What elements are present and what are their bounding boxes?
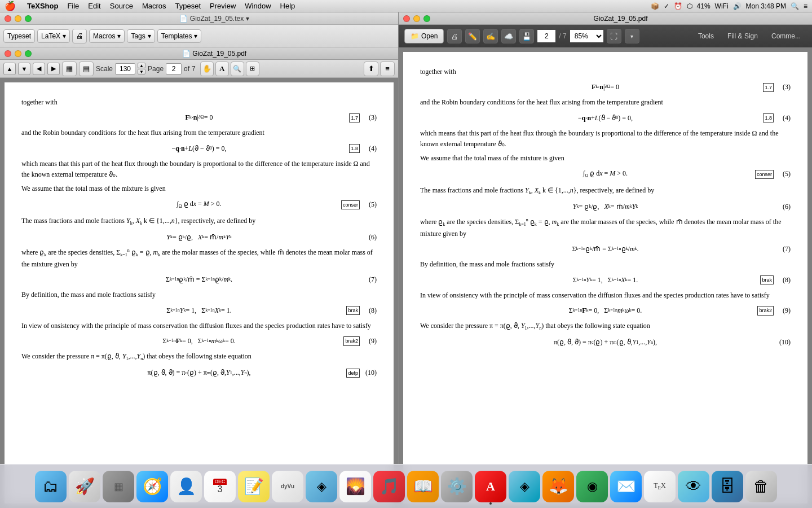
apple-menu[interactable]: 🍎 xyxy=(5,1,16,11)
dock-item-calendar[interactable]: DEC 3 xyxy=(204,471,236,502)
dock-item-preview[interactable]: 👁 xyxy=(678,471,709,502)
menubar-preview[interactable]: Preview xyxy=(205,0,240,12)
maximize-button[interactable] xyxy=(25,15,32,22)
acrobat-zoom-select[interactable]: 85% 100% 125% 150% xyxy=(570,30,603,42)
minimize-button[interactable] xyxy=(15,15,21,22)
pdf-preview-chrome: 📄 GioZat_19_05.pdf xyxy=(0,47,398,60)
dock-item-contacts[interactable]: 👤 xyxy=(170,471,202,502)
scale-input[interactable] xyxy=(115,63,135,75)
synctex-button[interactable]: ⊞ xyxy=(246,62,259,76)
eq-8-left: Σk=1nYk = 1, Σk=1nXk = 1. (8) brak xyxy=(21,305,377,316)
left-panel: 📄 GioZat_19_05.tex ▾ Typeset LaTeX ▾ 🖨 M… xyxy=(0,12,399,508)
dock-item-mail[interactable]: ✉️ xyxy=(610,471,642,502)
eq-10-right: π(ϱ, ϑ, ϑ) = πc(ϱ) + πm(ϱ, ϑ, Y1,...,Yn)… xyxy=(420,337,791,348)
page-label: Page xyxy=(148,65,164,73)
dock-item-launchpad[interactable]: 🚀 xyxy=(69,471,100,502)
menubar-texshop[interactable]: TeXShop xyxy=(23,0,63,12)
templates-dropdown[interactable]: Templates ▾ xyxy=(157,29,202,43)
hand-tool-button[interactable]: ✋ xyxy=(200,62,214,76)
eq-10-left: π(ϱ, ϑ, ϑ) = πc(ϱ) + πm(ϱ, ϑ, Y1,...,Yn)… xyxy=(21,367,377,378)
pdf-maximize-button[interactable] xyxy=(25,50,32,57)
acrobat-more-button[interactable]: ▾ xyxy=(625,29,639,43)
pdf-secondary-toolbar: ▲ ▼ ◀ ▶ ▦ ▤ Scale ▲ ▼ Page of 7 ✋ A 🔍 ⊞ xyxy=(0,60,398,78)
tags-dropdown[interactable]: Tags ▾ xyxy=(127,29,155,43)
acrobat-minimize-button[interactable] xyxy=(413,15,420,22)
dock-item-onyx[interactable]: ◉ xyxy=(576,471,608,502)
dock-item-mission-control[interactable]: ▦ xyxy=(103,471,134,502)
menubar: 🍎 TeXShop File Edit Source Macros Typese… xyxy=(0,0,812,12)
dock-item-finder[interactable]: 🗂 xyxy=(35,471,67,502)
pdf-page-left: together with Fk · n|∂Ω = 0 (3) 1.7 and … xyxy=(5,82,394,503)
menubar-typeset[interactable]: Typeset xyxy=(171,0,206,12)
text-pressure-r: We consider the pressure π = π(ϱ, ϑ, Y1,… xyxy=(420,321,791,332)
text-mass-fractions: The mass fractions and mole fractions Yk… xyxy=(21,216,377,227)
acrobat-annot-button[interactable]: ✏️ xyxy=(465,29,480,43)
dock-item-app1[interactable]: dyVu xyxy=(272,471,303,502)
menubar-help[interactable]: Help xyxy=(276,0,300,12)
eq-6-right: Yk = ϱk/ϱ, Xk = m̄/mkYk (6) xyxy=(420,202,791,212)
pdf-preview-title: 📄 GioZat_19_05.pdf xyxy=(35,50,394,58)
texshop-window-chrome: 📄 GioZat_19_05.tex ▾ xyxy=(0,12,398,25)
sidebar-toggle-button[interactable]: ≡ xyxy=(380,62,395,76)
acrobat-comment-button[interactable]: Comme... xyxy=(766,30,806,42)
clock-icon: ⏰ xyxy=(674,2,682,10)
acrobat-tools-button[interactable]: Tools xyxy=(692,30,720,42)
acrobat-close-button[interactable] xyxy=(403,15,410,22)
dock-item-app2[interactable]: ◈ xyxy=(306,471,337,502)
notification-icon[interactable]: ≡ xyxy=(804,2,807,10)
menubar-source[interactable]: Source xyxy=(105,0,138,12)
next-page-button[interactable]: ▶ xyxy=(47,63,60,75)
menubar-macros[interactable]: Macros xyxy=(138,0,171,12)
dock-item-system-prefs[interactable]: ⚙️ xyxy=(441,471,473,502)
close-button[interactable] xyxy=(5,15,11,22)
acrobat-right-buttons: Tools Fill & Sign Comme... xyxy=(692,30,806,42)
page-of-label: of xyxy=(184,65,189,73)
macros-dropdown[interactable]: Macros ▾ xyxy=(89,29,125,43)
page-input[interactable] xyxy=(166,63,182,75)
acrobat-maximize-button[interactable] xyxy=(423,15,430,22)
acrobat-page-input[interactable] xyxy=(537,30,555,42)
acrobat-fit-button[interactable]: ⛶ xyxy=(607,29,621,43)
dock-item-acrobat[interactable]: A xyxy=(475,471,506,502)
text-which-means: which means that this part of the heat f… xyxy=(21,159,377,180)
acrobat-cloud-button[interactable]: ☁️ xyxy=(501,29,516,43)
acrobat-save-button[interactable]: 💾 xyxy=(519,29,534,43)
pdf-minimize-button[interactable] xyxy=(15,50,21,57)
text-together-with: together with xyxy=(21,97,377,108)
acrobat-edit-button[interactable]: ✍️ xyxy=(483,29,498,43)
page-up-button[interactable]: ▲ xyxy=(3,63,16,75)
dock-item-tex[interactable]: TEX xyxy=(644,471,676,502)
spotlight-icon[interactable]: 🔍 xyxy=(791,2,799,10)
dock-item-safari[interactable]: 🧭 xyxy=(136,471,168,502)
continuous-button[interactable]: ▤ xyxy=(79,62,94,76)
text-select-button[interactable]: A xyxy=(215,62,229,76)
dock-item-books[interactable]: 📖 xyxy=(407,471,439,502)
dock-item-trash[interactable]: 🗑 xyxy=(745,471,777,502)
acrobat-print-button[interactable]: 🖨 xyxy=(447,29,462,43)
search-button[interactable]: 🔍 xyxy=(231,62,244,76)
scale-up-button[interactable]: ▲ xyxy=(138,63,145,68)
dock-item-photos[interactable]: 🌄 xyxy=(339,471,371,502)
latex-dropdown[interactable]: LaTeX ▾ xyxy=(37,29,70,43)
dock-item-stretchly[interactable]: ◈ xyxy=(509,471,540,502)
page-down-button[interactable]: ▼ xyxy=(18,63,30,75)
right-panel: GioZat_19_05.pdf 📁 Open 🖨 ✏️ ✍️ ☁️ 💾 / 7… xyxy=(399,12,812,508)
share-button[interactable]: ⬆ xyxy=(364,62,378,76)
menubar-window[interactable]: Window xyxy=(240,0,275,12)
scale-down-button[interactable]: ▼ xyxy=(138,69,145,75)
dock-item-music[interactable]: 🎵 xyxy=(373,471,405,502)
acrobat-main-toolbar: 📁 Open 🖨 ✏️ ✍️ ☁️ 💾 / 7 85% 100% 125% 15… xyxy=(399,25,812,47)
thumbnail-button[interactable]: ▦ xyxy=(62,62,77,76)
prev-page-button[interactable]: ◀ xyxy=(33,63,45,75)
print-button[interactable]: 🖨 xyxy=(72,29,87,43)
eq-5-right: ∫Ω ϱ dx = M > 0. (5) conser xyxy=(420,168,791,180)
dock-item-firefox[interactable]: 🦊 xyxy=(542,471,574,502)
dock-item-finder2[interactable]: 🗄 xyxy=(712,471,743,502)
typeset-dropdown[interactable]: Typeset xyxy=(3,29,35,43)
menubar-file[interactable]: File xyxy=(63,0,83,12)
acrobat-fill-sign-button[interactable]: Fill & Sign xyxy=(722,30,764,42)
pdf-close-button[interactable] xyxy=(5,50,11,57)
dock-item-notes[interactable]: 📝 xyxy=(238,471,270,502)
acrobat-open-button[interactable]: 📁 Open xyxy=(404,29,444,43)
menubar-edit[interactable]: Edit xyxy=(83,0,105,12)
